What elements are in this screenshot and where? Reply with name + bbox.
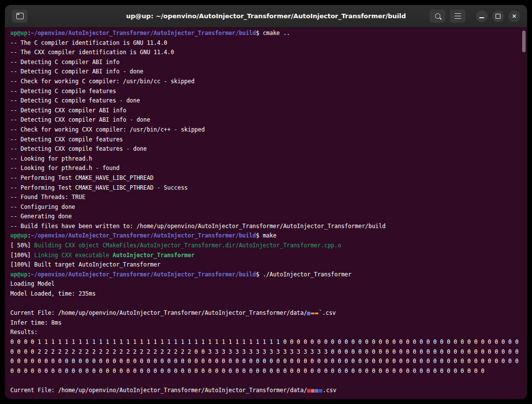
terminal-line: [100%] Built target AutoInjector_Transfo… — [10, 260, 522, 270]
terminal-line: 0 0 0 0 1 1 1 1 1 1 1 1 1 1 1 1 1 1 1 1 … — [10, 337, 522, 347]
terminal-line: -- Found Threads: TRUE — [10, 193, 522, 202]
terminal-line: Infer time: 8ms — [10, 318, 522, 328]
maximize-button[interactable] — [492, 10, 504, 22]
terminal-line: up@up:~/openvino/AutoInjector_Transforme… — [10, 29, 522, 38]
terminal-line: -- The C compiler identification is GNU … — [10, 38, 522, 48]
terminal-line: -- Detecting C compile features - done — [10, 96, 522, 106]
terminal-line: -- Generating done — [10, 212, 522, 222]
terminal-line: -- Detecting CXX compiler ABI info - don… — [10, 115, 522, 125]
search-button[interactable] — [430, 9, 445, 23]
terminal-line — [10, 376, 522, 386]
terminal-line: -- Detecting C compiler ABI info - done — [10, 67, 522, 77]
terminal-output[interactable]: up@up:~/openvino/AutoInjector_Transforme… — [5, 28, 527, 399]
terminal-line: -- Looking for pthread.h - found — [10, 164, 522, 173]
terminal-icon — [16, 13, 24, 19]
terminal-line: Model Loaded, time: 235ms — [10, 289, 522, 299]
maximize-icon — [496, 14, 500, 19]
terminal-line: -- Build files have been written to: /ho… — [10, 222, 522, 232]
terminal-line: [100%] Linking CXX executable AutoInject… — [10, 251, 522, 261]
terminal-line: -- Check for working CXX compiler: /usr/… — [10, 125, 522, 135]
terminal-line: -- The CXX compiler identification is GN… — [10, 48, 522, 58]
terminal-window: up@up: ~/openvino/AutoInjector_Transform… — [5, 5, 527, 399]
scrollbar-thumb[interactable] — [522, 31, 526, 52]
terminal-line: 0 0 0 0 2 2 2 2 2 2 2 2 2 2 2 2 2 2 2 2 … — [10, 347, 522, 357]
terminal-line: up@up:~/openvino/AutoInjector_Transforme… — [10, 231, 522, 241]
menu-button[interactable] — [450, 9, 466, 23]
terminal-line: -- Check for working C compiler: /usr/bi… — [10, 77, 522, 87]
terminal-line: -- Configuring done — [10, 202, 522, 212]
terminal-line: 0 0 0 0 0 0 0 0 0 0 0 0 0 0 0 0 0 0 0 0 … — [10, 357, 522, 367]
terminal-line: -- Detecting CXX compiler ABI info — [10, 106, 522, 116]
terminal-line: Current File: /home/up/openvino/AutoInje… — [10, 386, 522, 396]
terminal-line: up@up:~/openvino/AutoInjector_Transforme… — [10, 270, 522, 280]
close-button[interactable]: ✕ — [508, 10, 520, 22]
terminal-line: 0 0 0 0 0 0 0 0 0 0 0 0 0 0 0 0 0 0 0 0 … — [10, 367, 522, 376]
hamburger-menu-icon — [455, 13, 461, 19]
terminal-line: -- Performing Test CMAKE_HAVE_LIBC_PTHRE… — [10, 173, 522, 183]
app-button[interactable] — [12, 9, 28, 23]
header-actions: ✕ — [430, 9, 520, 23]
minimize-button[interactable] — [476, 10, 488, 22]
terminal-line: -- Detecting C compile features — [10, 87, 522, 97]
terminal-line: -- Detecting C compiler ABI info — [10, 58, 522, 67]
close-icon: ✕ — [512, 13, 517, 19]
terminal-line: [ 50%] Building CXX object CMakeFiles/Au… — [10, 241, 522, 251]
header-bar[interactable]: up@up: ~/openvino/AutoInjector_Transform… — [5, 5, 527, 28]
terminal-line: Loading Model — [10, 279, 522, 289]
search-icon — [435, 13, 440, 19]
minimize-icon — [479, 17, 484, 18]
terminal-line: -- Looking for pthread.h — [10, 154, 522, 164]
terminal-line: -- Detecting CXX compile features — [10, 135, 522, 145]
window-title: up@up: ~/openvino/AutoInjector_Transform… — [126, 12, 406, 20]
terminal-line: Current File: /home/up/openvino/AutoInje… — [10, 308, 522, 318]
terminal-line — [10, 299, 522, 309]
terminal-line: -- Detecting CXX compile features - done — [10, 144, 522, 154]
terminal-line: Results: — [10, 328, 522, 337]
terminal-line: -- Performing Test CMAKE_HAVE_LIBC_PTHRE… — [10, 183, 522, 193]
